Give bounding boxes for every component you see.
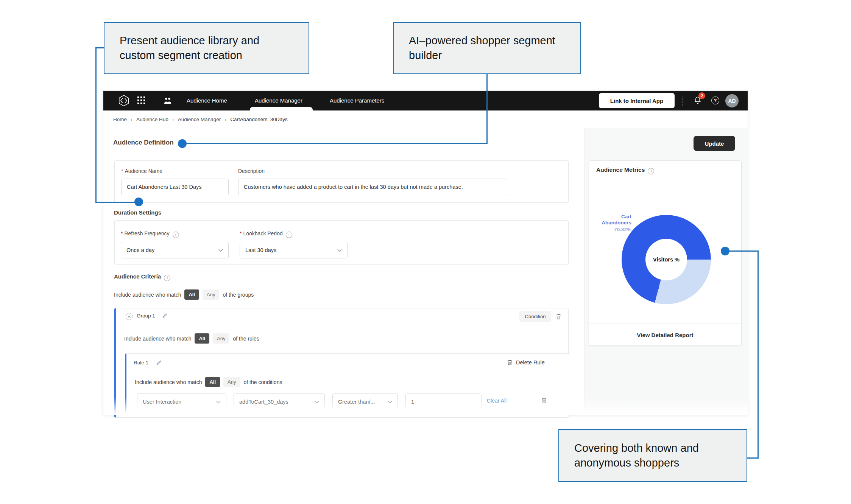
group-header: Group 1 Condition [116,308,568,325]
top-nav-bar: Audience Home Audience Manager Audience … [103,91,748,110]
duration-settings-card: *Refresh Frequencyi Once a day *Lookback… [114,220,569,264]
nav-divider [153,96,153,106]
rules-match-row: Include audience who match All Any of th… [124,333,259,344]
info-icon[interactable]: i [648,168,654,174]
rule-name: Rule 1 [134,360,148,366]
rules-match-any-toggle[interactable]: Any [213,333,229,344]
active-tab-indicator [250,107,313,110]
breadcrumb: Home › Audience Hub › Audience Manager ›… [103,110,748,128]
lookback-period-select[interactable]: Last 30 days [240,242,348,258]
conditions-match-row: Include audience who match All Any of th… [135,377,282,387]
breadcrumb-audience-manager[interactable]: Audience Manager [178,117,221,122]
breadcrumb-current: CartAbandoners_30Days [230,117,288,122]
nav-divider [682,96,683,106]
lookback-period-label: *Lookback Periodi [240,230,292,238]
audience-definition-card: *Audience Name Description [114,160,569,203]
annotation-dot-name-field [134,198,143,206]
audience-name-label: *Audience Name [121,168,162,174]
description-label: Description [238,168,265,174]
annotation-line [95,47,97,203]
chevron-right-icon: › [224,116,226,123]
required-asterisk: * [240,230,242,236]
callout-coverage: Covering both known and anonymous shoppe… [558,429,747,482]
audience-metrics-card: Audience Metricsi Cart Abandoners 70.82%… [589,160,742,346]
nav-tab-audience-parameters[interactable]: Audience Parameters [330,91,384,110]
callout-ai-builder-text: AI–powered shopper segment builder [409,33,565,63]
app-launcher-grid-icon[interactable] [137,96,145,106]
info-icon[interactable]: i [164,275,170,281]
collapse-group-icon[interactable] [126,313,133,320]
match-prefix: Include audience who match [124,336,191,342]
annotation-line [186,143,488,144]
breadcrumb-audience-hub[interactable]: Audience Hub [136,117,168,122]
view-detailed-report-link[interactable]: View Detailed Report [589,323,741,346]
groups-match-row: Include audience who match All Any of th… [114,289,254,300]
audience-name-input[interactable] [121,179,229,195]
app-window: Audience Home Audience Manager Audience … [103,90,748,415]
trash-icon [507,359,513,366]
edit-group-icon[interactable] [162,313,168,320]
update-button[interactable]: Update [694,136,735,151]
refresh-frequency-label: *Refresh Frequencyi [121,230,179,238]
avatar[interactable]: AD [725,94,739,107]
chevron-right-icon: › [172,116,174,123]
groups-match-all-toggle[interactable]: All [184,289,199,300]
chevron-down-icon [337,249,342,252]
donut-slice-label: Cart Abandoners 70.82% [600,214,631,233]
delete-group-trash-icon[interactable] [556,313,561,321]
link-to-internal-app-button[interactable]: Link to Internal App [599,93,675,108]
condition-type-badge: Condition [519,311,551,322]
description-input[interactable] [238,179,507,195]
audience-criteria-title: Audience Criteriai [114,273,170,281]
annotation-line [486,74,488,144]
info-icon[interactable]: i [286,232,292,238]
nav-tab-audience-home[interactable]: Audience Home [187,91,227,110]
brand-logo-icon[interactable] [118,95,130,108]
required-asterisk: * [121,168,123,174]
rules-match-suffix: of the rules [233,336,259,342]
chevron-right-icon: › [131,116,132,123]
screenshot-stage: Present audience library and custom segm… [0,0,851,504]
bottom-fade [103,397,748,415]
annotation-line [747,457,759,459]
delete-rule-button[interactable]: Delete Rule [507,359,545,366]
conditions-match-all-toggle[interactable]: All [205,377,220,387]
rules-match-all-toggle[interactable]: All [195,333,209,344]
conditions-match-any-toggle[interactable]: Any [223,377,240,387]
audience-people-icon[interactable] [163,97,172,106]
notification-count-badge: 2 [698,92,705,99]
info-icon[interactable]: i [173,232,179,238]
refresh-frequency-select[interactable]: Once a day [121,242,229,258]
metrics-header: Audience Metricsi [589,161,741,180]
donut-chart: Visitors % [622,215,711,304]
annotation-line [757,250,759,459]
annotation-line [729,250,759,252]
callout-audience-library: Present audience library and custom segm… [104,22,309,74]
groups-match-suffix: of the groups [223,292,254,298]
match-prefix: Include audience who match [114,292,181,298]
help-icon[interactable]: ? [711,96,719,104]
conditions-match-suffix: of the conditions [243,379,282,385]
breadcrumb-home[interactable]: Home [113,117,127,122]
annotation-line [95,202,136,203]
callout-ai-builder: AI–powered shopper segment builder [393,22,581,74]
groups-match-any-toggle[interactable]: Any [203,289,219,300]
edit-rule-icon[interactable] [156,360,162,367]
group-name: Group 1 [137,313,155,319]
callout-coverage-text: Covering both known and anonymous shoppe… [574,441,731,470]
annotation-line [95,47,104,48]
callout-audience-library-text: Present audience library and custom segm… [120,33,293,63]
match-prefix: Include audience who match [135,379,202,385]
duration-settings-title: Duration Settings [114,209,161,216]
metrics-title: Audience Metricsi [596,166,654,174]
required-asterisk: * [121,230,123,236]
slice-label-text: Cart Abandoners [600,214,631,226]
chevron-down-icon [218,249,223,252]
slice-label-value: 70.82% [600,227,631,233]
donut-center-label: Visitors % [645,239,687,280]
annotation-dot-definition [178,139,187,148]
page-title: Audience Definition [113,139,174,146]
annotation-dot-chart [721,247,729,255]
